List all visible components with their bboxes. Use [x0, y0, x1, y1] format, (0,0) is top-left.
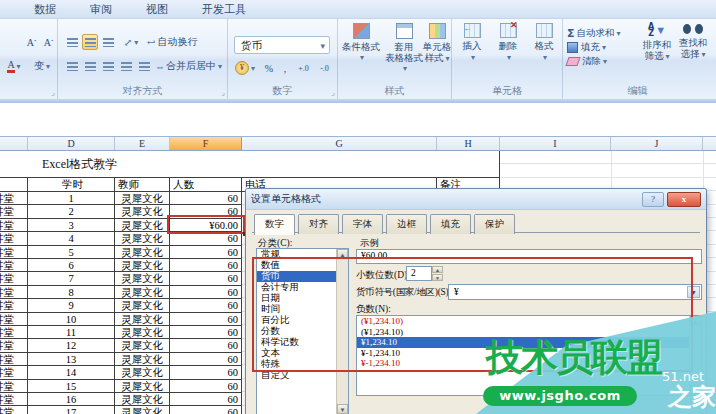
category-list[interactable]: ▲▼ 常规数值货币会计专用日期时间百分比分数科学记数文本特殊自定义 [256, 248, 349, 414]
teacher-cell[interactable]: 灵犀文化 [115, 366, 170, 379]
row-label-cell[interactable]: 讲堂 [0, 286, 28, 299]
hours-cell[interactable]: 2 [28, 205, 115, 218]
category-item[interactable]: 日期 [257, 293, 348, 304]
teacher-cell[interactable]: 灵犀文化 [115, 393, 170, 406]
teacher-cell[interactable]: 灵犀文化 [115, 353, 170, 366]
row-label-cell[interactable]: 讲堂 [0, 393, 28, 406]
hours-cell[interactable]: 15 [28, 380, 115, 393]
comma-style-button[interactable]: , [279, 60, 291, 76]
shrink-font-button[interactable]: Aˇ [41, 34, 56, 50]
count-cell[interactable]: 60 [170, 246, 242, 259]
teacher-cell[interactable]: 灵犀文化 [115, 406, 170, 414]
scroll-down-icon[interactable]: ▼ [690, 385, 701, 395]
clear-button[interactable]: 清除 [567, 55, 607, 67]
count-cell[interactable]: 60 [170, 326, 242, 339]
teacher-cell[interactable]: 灵犀文化 [115, 326, 170, 339]
font-color-button[interactable]: A [2, 58, 26, 74]
wrap-text-button[interactable]: ↩自动换行 [146, 34, 222, 50]
hours-cell[interactable]: 16 [28, 393, 115, 406]
format-as-table-button[interactable]: 套用 表格格式 [384, 23, 424, 75]
percent-style-button[interactable]: % [261, 60, 277, 76]
number-format-dropdown[interactable]: 货币 [234, 36, 330, 54]
count-cell[interactable]: 60 [170, 232, 242, 245]
teacher-cell[interactable]: 灵犀文化 [115, 246, 170, 259]
count-cell[interactable]: 60 [170, 339, 242, 352]
teacher-cell[interactable]: 灵犀文化 [115, 339, 170, 352]
row-label-cell[interactable]: 讲堂 [0, 232, 28, 245]
merge-center-button[interactable]: ⇔合并后居中 [154, 58, 226, 74]
ribbon-tab[interactable]: 审阅 [86, 2, 116, 17]
count-cell[interactable]: 60 [170, 299, 242, 312]
scroll-up-icon[interactable]: ▲ [690, 316, 701, 326]
align-bottom-button[interactable] [100, 34, 116, 50]
align-right-button[interactable] [100, 58, 116, 74]
spinner-down-icon[interactable]: ▼ [432, 274, 443, 281]
column-header-e[interactable]: E [115, 137, 170, 150]
delete-cells-button[interactable]: 删除 [494, 23, 522, 63]
align-left-button[interactable] [64, 58, 80, 74]
header-cell-blank[interactable] [0, 178, 28, 192]
dialog-tab[interactable]: 字体 [342, 214, 383, 234]
teacher-cell[interactable]: 灵犀文化 [115, 232, 170, 245]
column-header-k[interactable] [703, 137, 716, 150]
column-header-h[interactable]: H [437, 137, 500, 150]
count-cell[interactable]: 60 [170, 380, 242, 393]
ribbon-tab[interactable]: 数据 [30, 2, 60, 17]
increase-decimal-button[interactable]: +.0 [294, 60, 313, 76]
align-center-button[interactable] [82, 58, 98, 74]
count-cell[interactable]: 60 [170, 272, 242, 285]
count-cell[interactable]: 60 [170, 406, 242, 414]
dialog-title-bar[interactable]: 设置单元格格式 ? x [246, 189, 706, 210]
row-label-cell[interactable]: 讲堂 [0, 219, 28, 232]
category-item[interactable]: 百分比 [257, 315, 348, 326]
hours-cell[interactable]: 12 [28, 339, 115, 352]
hours-cell[interactable]: 6 [28, 259, 115, 272]
count-cell[interactable]: 60 [170, 259, 242, 272]
ribbon-tab[interactable]: 开发工具 [198, 2, 250, 17]
decrease-decimal-button[interactable]: -.0 [315, 60, 334, 76]
category-item[interactable]: 文本 [257, 348, 348, 359]
row-label-cell[interactable]: 讲堂 [0, 406, 28, 414]
hours-cell[interactable]: 7 [28, 272, 115, 285]
hours-cell[interactable]: 17 [28, 406, 115, 414]
count-cell[interactable]: 60 [170, 353, 242, 366]
category-item[interactable]: 数值 [257, 260, 348, 271]
count-cell[interactable]: 60 [170, 393, 242, 406]
column-header-c[interactable] [0, 137, 28, 150]
hours-cell[interactable]: 8 [28, 286, 115, 299]
dialog-tab[interactable]: 填充 [430, 214, 471, 234]
teacher-cell[interactable]: 灵犀文化 [115, 380, 170, 393]
category-item[interactable]: 科学记数 [257, 337, 348, 348]
row-label-cell[interactable]: 讲堂 [0, 259, 28, 272]
ribbon-tab[interactable]: 视图 [142, 2, 172, 17]
negative-format-option[interactable]: (¥1,234.10) [357, 327, 701, 338]
count-cell[interactable]: 60 [170, 313, 242, 326]
dialog-tab[interactable]: 保护 [474, 214, 515, 234]
fill-button[interactable]: 填充 [567, 41, 606, 53]
dialog-close-button[interactable]: x [667, 192, 701, 207]
row-label-cell[interactable]: 讲堂 [0, 313, 28, 326]
dialog-help-button[interactable]: ? [642, 192, 664, 207]
scroll-down-icon[interactable]: ▼ [337, 404, 348, 414]
row-label-cell[interactable]: 讲堂 [0, 205, 28, 218]
alignment-dialog-launcher[interactable]: ⌟ [221, 88, 225, 97]
hours-cell[interactable]: 13 [28, 353, 115, 366]
category-item[interactable]: 自定义 [257, 370, 348, 381]
teacher-cell[interactable]: 灵犀文化 [115, 313, 170, 326]
row-label-cell[interactable]: 讲堂 [0, 326, 28, 339]
negative-format-option[interactable]: (¥1,234.10) [357, 316, 701, 327]
accounting-format-button[interactable]: ¥ [232, 60, 258, 76]
sort-filter-button[interactable]: AZ▼ 排序和 筛选 [639, 23, 675, 62]
column-header-d[interactable]: D [28, 137, 115, 150]
row-label-cell[interactable]: 讲堂 [0, 353, 28, 366]
hours-cell[interactable]: 10 [28, 313, 115, 326]
insert-cells-button[interactable]: 插入 [458, 23, 486, 63]
find-select-button[interactable]: 查找和 选择 [675, 23, 711, 60]
row-label-cell[interactable]: 讲堂 [0, 192, 28, 205]
dialog-tab[interactable]: 边框 [386, 214, 427, 234]
scroll-up-icon[interactable]: ▲ [337, 249, 348, 259]
row-label-cell[interactable]: 讲堂 [0, 339, 28, 352]
teacher-cell[interactable]: 灵犀文化 [115, 272, 170, 285]
align-middle-button[interactable] [82, 34, 98, 50]
header-cell-teacher[interactable]: 教师 [115, 178, 170, 192]
